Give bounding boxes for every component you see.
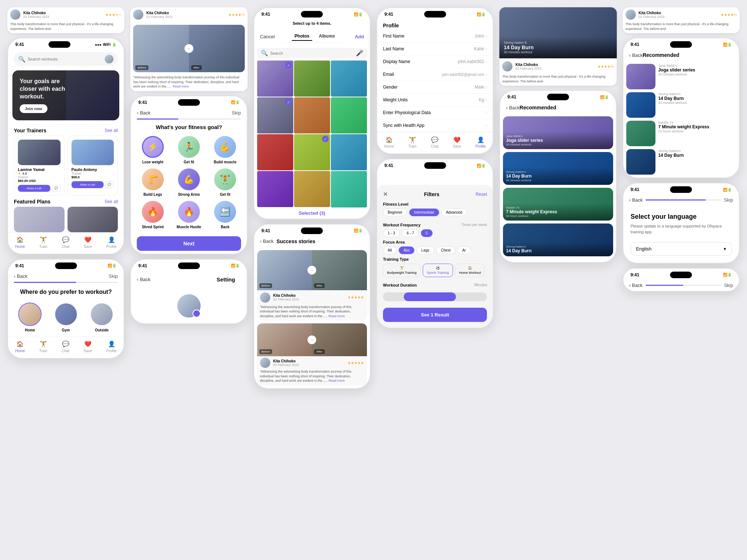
goal-item-5[interactable]: 🏋️ Get fit [209,168,241,197]
add-btn[interactable]: Add [355,34,364,39]
profile-row-physio[interactable]: Enter Physiological Data › [377,106,493,119]
photo-search-input[interactable] [270,51,354,55]
profile-row-lastname[interactable]: Last Name Kabir › [377,43,493,55]
photo-cell-3[interactable] [331,61,367,97]
loc-nav-train[interactable]: 🏋️ Train [39,341,47,353]
location-gym[interactable]: Gym [50,303,82,332]
profile-row-email[interactable]: Email john.kabir002@gmail.com › [377,68,493,81]
search-input[interactable] [28,57,102,61]
recw-item-2[interactable]: Natalie J's 7 Minute weight Express 02 h… [626,121,736,146]
photo-cell-11[interactable] [294,171,330,207]
message-btn-1[interactable]: 💬 [52,185,61,192]
nav-train[interactable]: 🏋️ Train [39,236,47,249]
prof-nav-home[interactable]: 🏠 Home [384,136,394,148]
location-outside[interactable]: Outside [86,303,118,332]
extra-back-btn[interactable]: ‹ Back [629,283,643,288]
plans-see-all[interactable]: See all [105,199,118,204]
chip-beginner[interactable]: Beginner [383,209,407,216]
user-avatar[interactable] [105,55,113,63]
goal-item-2[interactable]: 💪 Build muscle [209,136,241,164]
chip-all[interactable]: All [383,246,396,254]
recw-item-0[interactable]: Jana Webb's Joga slider series 20 minute… [626,64,736,89]
goal-item-0[interactable]: ⚡ Lose weight [137,136,169,164]
location-skip-btn[interactable]: Skip [109,273,118,279]
loc-nav-chat[interactable]: 💬 Chat [62,341,69,353]
trainers-see-all[interactable]: See all [105,128,118,133]
setting-back-btn[interactable]: ‹ Back [137,277,150,282]
nav-profile[interactable]: 👤 Profile [106,236,116,249]
rec-card-0[interactable]: Jana Webb's Joga slider series 20 minute… [503,116,613,149]
story1-read-more[interactable]: Read more [329,314,345,318]
filters-close-btn[interactable]: ✕ [383,191,388,198]
nav-home[interactable]: 🏠 Home [15,236,25,249]
goal-back-btn[interactable]: ‹ Back [137,110,150,116]
profile-row-weight[interactable]: Weight Units Kg › [377,94,493,106]
goal-skip-btn[interactable]: Skip [232,110,241,116]
make-call-btn-2[interactable]: Make a call [71,181,104,188]
goal-item-4[interactable]: 💪 Strong Arms [173,168,205,197]
stories-back-btn[interactable]: ‹ Back [260,238,274,244]
join-button[interactable]: Join now [20,104,47,113]
chip-advanced[interactable]: Advanced [441,209,467,216]
albums-tab[interactable]: Albums [316,32,338,41]
read-more-link[interactable]: Read more [173,85,189,88]
plan-card-1[interactable] [14,207,65,232]
make-call-btn-1[interactable]: Make a call [18,185,50,192]
see-result-btn[interactable]: See 1 Result [383,308,487,322]
location-back-btn[interactable]: ‹ Back [14,273,27,279]
lang-back-btn[interactable]: ‹ Back [629,197,643,203]
prof-nav-chat[interactable]: 💬 Chat [431,136,438,148]
goal-item-1[interactable]: 🏃 Get fit [173,136,205,164]
extra-skip-btn[interactable]: Skip [724,283,733,288]
chip-ar[interactable]: Ar [457,246,471,254]
photos-tab[interactable]: Photos [292,32,313,41]
lang-skip-btn[interactable]: Skip [724,197,733,203]
photo-cell-2[interactable] [294,61,330,97]
chip-freq-3[interactable]: 5 [421,229,433,237]
photo-cell-10[interactable] [257,171,293,207]
rec-card-1[interactable]: Strong Nation's 14 Day Burn 30 minutes w… [503,152,613,185]
chip-freq-2[interactable]: 6 - 7 [402,229,419,237]
chip-freq-1[interactable]: 1 - 3 [383,229,400,237]
recw-back-btn[interactable]: ‹ Back [629,52,643,58]
chip-chest[interactable]: Chest [436,246,455,254]
goal-item-3[interactable]: 🦵 Build Legs [137,168,169,197]
chip-sports[interactable]: ⚽ Sports Training [423,264,453,277]
next-button[interactable]: Next [137,236,241,251]
prof-nav-profile[interactable]: 👤 Profile [475,136,485,148]
photo-cell-4[interactable]: ✓ [257,97,293,133]
goal-item-7[interactable]: 🔥 Muscle Hustle [173,201,205,229]
profile-row-firstname[interactable]: First Name John › [377,30,493,43]
loc-nav-save[interactable]: ❤️ Save [84,341,92,353]
recw-item-3[interactable]: Strong Nation's 14 Day Burn [626,149,736,175]
cancel-btn[interactable]: Cancel [260,34,275,39]
profile-row-sync[interactable]: Sync with Health App › [377,119,493,132]
chip-bodyweight[interactable]: 🏋️ Bodyweight Training [383,264,421,277]
loc-nav-home[interactable]: 🏠 Home [15,341,25,353]
mic-icon[interactable]: 🎤 [356,50,363,57]
filters-reset-btn[interactable]: Reset [476,192,487,197]
rec-back-btn[interactable]: ‹ Back [506,105,519,110]
loc-nav-profile[interactable]: 👤 Profile [106,341,116,353]
location-home[interactable]: Home [14,303,46,332]
chip-legs[interactable]: Legs [417,246,434,254]
photo-cell-8[interactable]: ✓ [294,134,330,170]
photo-cell-1[interactable]: ✓ [257,61,293,97]
photo-cell-9[interactable] [331,134,367,170]
rec-card-2[interactable]: Natalie J's 7 Minute weight Express 02 h… [503,188,613,221]
prof-nav-train[interactable]: 🏋️ Train [408,136,416,148]
nav-chat[interactable]: 💬 Chat [62,236,69,249]
prof-nav-save[interactable]: ❤️ Save [453,136,461,148]
photo-cell-7[interactable] [257,134,293,170]
goal-item-6[interactable]: 🔥 Shred Sprint [137,201,169,229]
goal-item-8[interactable]: 🔙 Back [209,201,241,229]
profile-row-gender[interactable]: Gender Male › [377,81,493,94]
duration-slider-track[interactable] [383,292,487,301]
photo-cell-5[interactable] [294,97,330,133]
message-btn-2[interactable]: 💬 [105,181,114,188]
rec-card-3[interactable]: Strong Nation's 14 Day Burn [503,223,613,256]
lang-select[interactable]: English ▾ [631,242,732,256]
recw-item-1[interactable]: Strong Nation's 14 Day Burn 30 minutes w… [626,92,736,118]
profile-row-displayname[interactable]: Display Name john.kabir002 › [377,55,493,68]
photo-cell-12[interactable] [331,171,367,207]
